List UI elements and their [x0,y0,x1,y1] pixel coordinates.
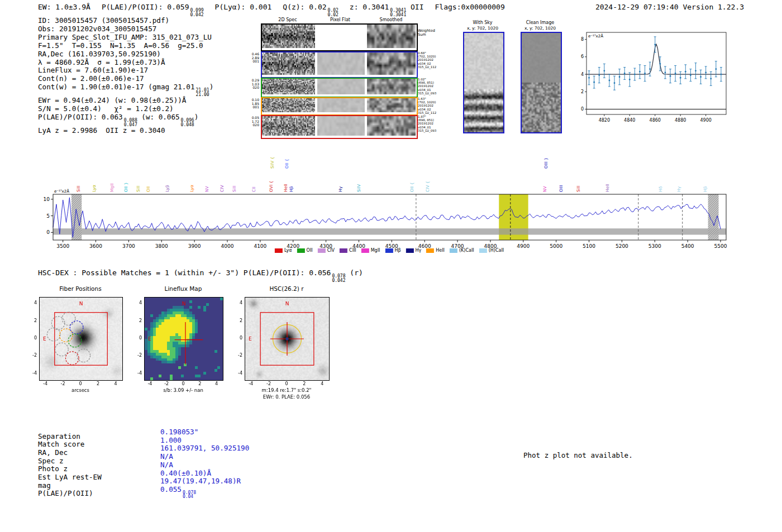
svg-text:5500: 5500 [714,243,727,249]
cutout-x-tick: 4 [211,381,222,386]
fiber-circle [77,349,90,362]
match-row-value: 0.0550.0780.04 [160,485,196,499]
legend-swatch [275,248,283,253]
match-row-label: Photo z [38,464,68,473]
svg-text:N: N [182,301,186,306]
svg-text:2: 2 [581,89,584,94]
redshift-value: z: 0.30410.30410.3041 OII [350,3,424,11]
spec2d-row [261,115,418,139]
pixelflat-image [317,116,365,136]
legend-item: MgII [361,248,380,253]
cutout-y-tick: -2 [27,353,37,358]
spec2d-row [261,23,418,51]
match-row-value: 0.198053" [160,428,198,436]
cutout-y-tick: -4 [132,371,142,376]
legend-item: Hγ [406,248,422,253]
spec2d-row [261,51,418,78]
legend-label: Lyα [284,248,292,253]
match-row-label: Est LyA rest-EW [38,473,102,481]
legend-item: (K)CaII [450,248,474,253]
emission-line-label: OIII } [543,157,549,169]
smoothed-image [367,98,416,112]
full-spectrum-chart: 3500360037003800390040004100420043004400… [34,189,748,251]
match-table: Separation0.198053"Match score1.000RA, D… [38,428,328,503]
fiber-xlabel: arcsecs [39,387,122,393]
lineflux-map-title: Lineflux Map [144,285,222,292]
info-obs: Obs: 20191202v034_3005015457 [38,25,213,33]
withsky-title: With Sky [460,20,505,25]
cutout-x-tick: -2 [263,381,274,386]
spec2d-image [262,25,315,48]
svg-text:4900: 4900 [517,243,530,249]
fiber-circle [70,321,83,334]
svg-text:N: N [285,301,289,306]
legend-swatch [385,248,393,253]
smoothed-image [367,79,416,94]
legend-swatch [318,248,326,253]
cutout-x-tick: 4 [110,381,121,386]
svg-text:5400: 5400 [681,243,694,249]
svg-text:4100: 4100 [254,243,266,249]
cutout-fiber-positions: NE [39,297,123,381]
info-z-solutions: LyA z = 2.9986 OII z = 0.3040 [38,127,213,135]
pixelflat-image [317,79,365,94]
cutout-x-tick: -4 [144,381,155,386]
spec2d-header-smoothed: Smoothed [366,17,416,22]
pixelflat-image [317,98,365,112]
svg-text:E: E [249,336,252,342]
svg-text:8: 8 [581,37,584,42]
legend-swatch [426,248,434,253]
spec2d-image [262,116,315,136]
elixer-report-page: { "meta": {"timestamp": "2024-12-29 07:1… [0,0,782,532]
timestamp-version: 2024-12-29 07:19:40 Version 1.22.3 [595,3,744,11]
cutout-y-tick: -2 [232,353,242,358]
fiber-weight-labels: 0.101.85001 [246,98,259,109]
legend-item: HeII [426,248,445,253]
legend-item: Lyα [275,248,292,253]
svg-text:E: E [148,336,151,342]
cutout-y-tick: 2 [232,318,242,323]
smoothed-image [367,116,416,136]
legend-label: (H)CaII [489,248,504,253]
svg-text:3700: 3700 [122,243,135,249]
cutout-x-tick: 4 [317,381,328,386]
info-seeing: F=1.5" T=0.155 N=1.35 A=0.56 g=25.0 [38,42,213,50]
svg-text:5000: 5000 [550,243,562,249]
fiber-circle [55,343,69,356]
withsky-image [463,32,504,133]
legend-swatch [297,248,305,253]
legend-label: Hβ [394,248,400,253]
spec2d-image [262,79,315,94]
plae-poii-errors: 0.0990.042 [190,8,203,17]
svg-text:N: N [79,301,83,306]
emission-line-labels: SiIILyαMgIIOII }SiIIOIILyβLyαNVCIVSiIICI… [34,144,748,193]
match-row-label: P(LAE)/P(OII) [38,489,93,497]
cutout-y-tick: 4 [27,300,37,305]
info-primary-slot: Primary Spec_Slot_IFU_AMP: 315_021_073_L… [38,33,213,42]
spec2d-row [261,78,418,98]
fiber-id-labels: 1.02"(698, 851)20191202v034_01315_LU_093 [418,78,445,95]
spec2d-image [262,98,315,112]
legend-item: CIII [340,248,356,253]
match-row-value: 161.039791, 50.925190 [160,444,249,452]
cutout-y-tick: 0 [132,336,142,341]
clean-image [521,32,562,133]
legend-item: OII [297,248,313,253]
hsc-r-overlay: NE [245,298,329,380]
svg-text:e⁻¹⁷x2Å: e⁻¹⁷x2Å [54,189,69,194]
photz-note: Phot z plot not available. [523,451,633,459]
emission-line-label: OII { [284,159,289,169]
fiber-id-labels: 0.68"(702, 1020)20191202v034_02315_LU_11… [418,51,445,69]
cutout-x-tick: 0 [178,381,189,386]
cutout-x-tick: 0 [281,381,292,386]
legend-label: HeII [436,248,445,253]
cutout-x-tick: 0 [75,381,86,386]
cutout-y-tick: 4 [132,300,142,305]
match-row-label: Match score [38,440,84,448]
smoothed-image [367,25,416,48]
legend-label: OII [307,248,313,253]
cutout-y-tick: 2 [27,318,37,323]
info-ewr: EWr = 0.94(±0.24) (w: 0.98(±0.25))Å [38,97,213,105]
svg-text:3500: 3500 [56,243,69,249]
svg-text:3800: 3800 [155,243,168,249]
